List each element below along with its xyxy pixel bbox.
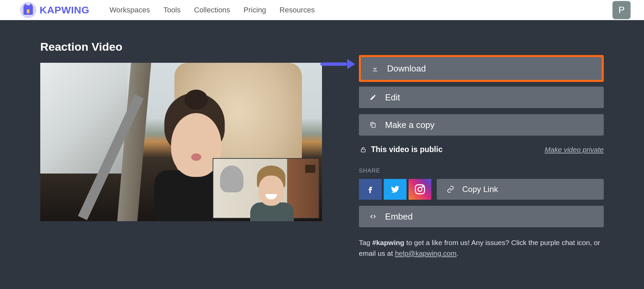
share-instagram[interactable] bbox=[409, 179, 431, 200]
main-content: Reaction Video bbox=[0, 20, 644, 289]
share-row: Copy Link bbox=[359, 179, 604, 200]
svg-point-3 bbox=[418, 187, 422, 191]
svg-rect-1 bbox=[361, 149, 365, 152]
picture-in-picture bbox=[213, 158, 319, 219]
nav-pricing[interactable]: Pricing bbox=[244, 6, 266, 14]
code-icon bbox=[369, 213, 377, 220]
link-icon bbox=[447, 186, 454, 193]
copy-link-label: Copy Link bbox=[462, 185, 498, 194]
embed-label: Embed bbox=[385, 211, 413, 222]
make-copy-label: Make a copy bbox=[385, 120, 434, 130]
nav-workspaces[interactable]: Workspaces bbox=[110, 6, 150, 14]
twitter-icon bbox=[389, 184, 401, 194]
share-facebook[interactable] bbox=[359, 179, 382, 200]
user-avatar[interactable]: P bbox=[612, 1, 631, 19]
nav-collections[interactable]: Collections bbox=[194, 6, 230, 14]
edit-button[interactable]: Edit bbox=[359, 87, 604, 108]
support-email-link[interactable]: help@kapwing.com bbox=[395, 249, 457, 257]
instagram-icon bbox=[414, 183, 426, 195]
privacy-status: This video is public bbox=[371, 145, 442, 154]
facebook-icon bbox=[365, 183, 375, 196]
svg-point-4 bbox=[422, 186, 423, 187]
actions-column: Download Edit Make a copy This video is … bbox=[359, 40, 604, 258]
pencil-icon bbox=[369, 94, 377, 101]
footer-help-text: Tag #kapwing to get a like from us! Any … bbox=[359, 237, 604, 258]
annotation-arrow bbox=[320, 60, 361, 68]
nav-resources[interactable]: Resources bbox=[279, 6, 315, 14]
hashtag: #kapwing bbox=[372, 239, 405, 246]
edit-label: Edit bbox=[385, 92, 400, 103]
nav-tools[interactable]: Tools bbox=[163, 6, 180, 14]
embed-button[interactable]: Embed bbox=[359, 206, 604, 227]
copy-link-button[interactable]: Copy Link bbox=[437, 179, 604, 200]
project-title: Reaction Video bbox=[40, 40, 322, 53]
video-column: Reaction Video bbox=[40, 40, 322, 258]
copy-icon bbox=[369, 121, 377, 129]
make-copy-button[interactable]: Make a copy bbox=[359, 114, 604, 136]
top-nav-header: KAPWING Workspaces Tools Collections Pri… bbox=[0, 0, 644, 20]
share-twitter[interactable] bbox=[384, 179, 407, 200]
privacy-row: This video is public Make video private bbox=[360, 145, 604, 154]
download-label: Download bbox=[387, 63, 426, 74]
brand-name: KAPWING bbox=[40, 4, 90, 16]
video-preview[interactable] bbox=[40, 63, 322, 221]
make-private-link[interactable]: Make video private bbox=[545, 146, 604, 154]
lock-open-icon bbox=[360, 146, 366, 153]
main-nav: Workspaces Tools Collections Pricing Res… bbox=[110, 6, 315, 14]
download-icon bbox=[371, 65, 379, 72]
svg-rect-0 bbox=[372, 124, 375, 128]
share-heading: SHARE bbox=[359, 167, 604, 174]
download-button[interactable]: Download bbox=[359, 55, 604, 82]
logo-icon bbox=[20, 2, 36, 18]
brand-logo[interactable]: KAPWING bbox=[20, 2, 90, 18]
